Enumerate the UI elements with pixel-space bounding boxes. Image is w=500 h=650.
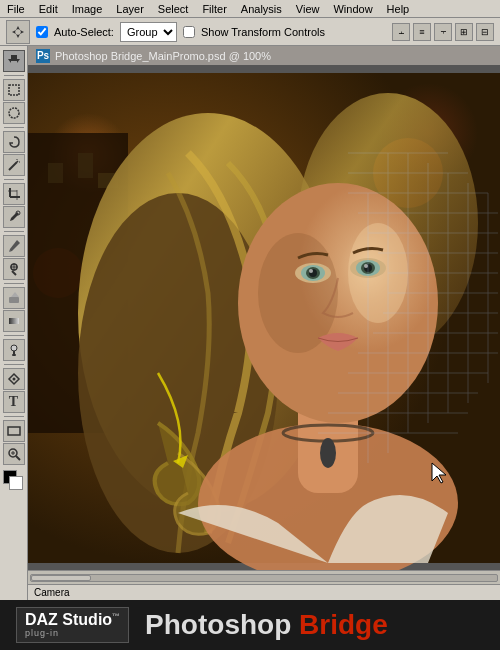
svg-line-16 [12,271,16,275]
distribute-icon[interactable]: ⊞ [455,23,473,41]
ps-icon: Ps [36,49,50,63]
branding-title: Photoshop Bridge [145,609,388,641]
svg-point-3 [9,108,19,118]
tool-divider-7 [4,364,24,365]
auto-select-dropdown[interactable]: Group Layer [120,22,177,42]
tool-shape[interactable] [3,420,25,442]
document-tab[interactable]: Ps Photoshop Bridge_MainPromo.psd @ 100% [28,46,500,66]
svg-rect-17 [9,297,19,303]
svg-rect-36 [48,163,63,183]
auto-select-label: Auto-Select: [54,26,114,38]
menu-bar: File Edit Image Layer Select Filter Anal… [0,0,500,18]
menu-select[interactable]: Select [155,3,192,15]
toolbar: T [0,46,28,600]
svg-point-53 [309,269,313,273]
branding-photoshop: Photoshop [145,609,299,640]
menu-layer[interactable]: Layer [113,3,147,15]
daz-studio-text: DAZ Studio™ [25,612,120,628]
menu-filter[interactable]: Filter [199,3,229,15]
transform-controls-label: Show Transform Controls [201,26,325,38]
scroll-thumb-h[interactable] [31,575,91,581]
distribute2-icon[interactable]: ⊟ [476,23,494,41]
tool-divider-3 [4,179,24,180]
canvas-content[interactable] [28,66,500,570]
menu-edit[interactable]: Edit [36,3,61,15]
status-text: Camera [34,587,70,598]
tool-gradient[interactable] [3,310,25,332]
tool-clone[interactable] [3,258,25,280]
horizontal-scrollbar[interactable] [28,570,500,584]
align-left-icon[interactable]: ⫠ [392,23,410,41]
tool-zoom[interactable] [3,443,25,465]
svg-point-58 [364,264,368,268]
status-bar: Camera [28,584,500,600]
svg-marker-0 [12,26,24,38]
svg-line-25 [16,456,20,460]
tool-eyedropper[interactable] [3,206,25,228]
tool-divider-4 [4,231,24,232]
canvas-area: Ps Photoshop Bridge_MainPromo.psd @ 100% [28,46,500,600]
align-center-icon[interactable]: ≡ [413,23,431,41]
transform-controls-checkbox[interactable] [183,26,195,38]
menu-window[interactable]: Window [330,3,375,15]
menu-image[interactable]: Image [69,3,106,15]
tool-eraser[interactable] [3,287,25,309]
svg-line-7 [17,161,18,162]
tool-pen[interactable] [3,368,25,390]
tool-text[interactable]: T [3,391,25,413]
tool-lasso[interactable] [3,131,25,153]
svg-point-22 [12,378,15,381]
tool-divider-2 [4,127,24,128]
menu-analysis[interactable]: Analysis [238,3,285,15]
svg-rect-18 [9,318,19,324]
move-tool-icon[interactable] [6,20,30,44]
menu-help[interactable]: Help [384,3,413,15]
svg-marker-1 [8,55,20,63]
tool-magic-wand[interactable] [3,154,25,176]
svg-point-19 [11,345,17,351]
svg-rect-2 [9,85,19,95]
tool-marquee-rect[interactable] [3,79,25,101]
tool-crop[interactable] [3,183,25,205]
tool-divider-1 [4,75,24,76]
options-bar: Auto-Select: Group Layer Show Transform … [0,18,500,46]
svg-point-45 [320,438,336,468]
svg-rect-37 [78,153,93,178]
tool-move[interactable] [3,50,25,72]
branding-bridge: Bridge [299,609,388,640]
tool-divider-5 [4,283,24,284]
auto-select-checkbox[interactable] [36,26,48,38]
tool-dodge[interactable] [3,339,25,361]
document-title: Photoshop Bridge_MainPromo.psd @ 100% [55,50,271,62]
tool-brush[interactable] [3,235,25,257]
tool-marquee-ellipse[interactable] [3,102,25,124]
scroll-track-h[interactable] [30,574,498,582]
daz-plugin-text: plug-in [25,628,59,638]
transform-icons-group: ⫠ ≡ ⫟ ⊞ ⊟ [392,23,494,41]
daz-white-text: DAZ Studio [25,611,112,628]
tool-divider-6 [4,335,24,336]
branding-bar: DAZ Studio™ plug-in Photoshop Bridge [0,600,500,650]
menu-file[interactable]: File [4,3,28,15]
tool-divider-8 [4,416,24,417]
svg-line-4 [9,162,17,170]
canvas-image [28,66,500,570]
align-right-icon[interactable]: ⫟ [434,23,452,41]
daz-studio-logo: DAZ Studio™ plug-in [16,607,129,643]
svg-rect-23 [8,427,20,435]
workspace: T Ps Photoshop Bridge_MainPromo.psd [0,46,500,600]
menu-view[interactable]: View [293,3,323,15]
fg-bg-colors[interactable] [3,470,25,490]
